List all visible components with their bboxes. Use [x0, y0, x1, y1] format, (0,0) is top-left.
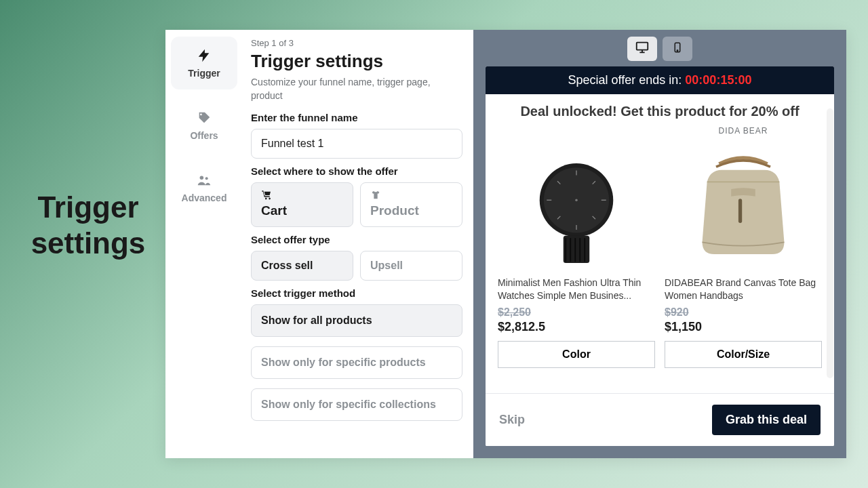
page-label: Trigger settings — [20, 190, 156, 262]
step-indicator: Step 1 of 3 — [251, 38, 462, 48]
product-new-price: $2,812.5 — [498, 320, 655, 334]
scrollbar[interactable] — [827, 108, 833, 378]
funnel-name-input[interactable] — [251, 129, 462, 159]
product-new-price: $1,150 — [665, 320, 822, 334]
preview-panel: Special offer ends in: 00:00:15:00 Deal … — [473, 30, 846, 458]
svg-point-1 — [205, 177, 208, 180]
product-card: DIDA BEAR DIDABEAR Brand Canvas Tote — [665, 126, 822, 393]
preview-mock: Special offer ends in: 00:00:15:00 Deal … — [486, 66, 834, 446]
sidebar-item-offers[interactable]: Offers — [171, 99, 237, 152]
banner-prefix: Special offer ends in: — [568, 73, 686, 87]
desktop-icon — [635, 40, 650, 58]
product-image — [665, 138, 822, 274]
svg-rect-22 — [738, 199, 742, 223]
sidebar-item-label: Offers — [190, 130, 218, 141]
product-brand: DIDA BEAR — [665, 126, 822, 138]
product-card: Minimalist Men Fashion Ultra Thin Watche… — [498, 126, 655, 393]
cart-icon — [261, 190, 343, 201]
preview-footer: Skip Grab this deal — [486, 393, 834, 446]
method-label: Select trigger method — [251, 287, 462, 299]
type-option-upsell[interactable]: Upsell — [360, 251, 462, 281]
type-option-cross-sell[interactable]: Cross sell — [251, 251, 353, 281]
product-brand — [498, 126, 655, 138]
option-label: Product — [370, 203, 452, 218]
method-option-all[interactable]: Show for all products — [251, 304, 462, 337]
where-label: Select where to show the offer — [251, 165, 462, 177]
svg-rect-2 — [637, 43, 648, 50]
countdown-timer: 00:00:15:00 — [685, 73, 751, 87]
product-name: Minimalist Men Fashion Ultra Thin Watche… — [498, 277, 655, 302]
cog-users-icon — [196, 172, 212, 188]
variant-select[interactable]: Color/Size — [665, 341, 822, 368]
app-window: Trigger Offers Advanced Step 1 of 3 Trig… — [165, 30, 846, 458]
product-image — [498, 138, 655, 274]
svg-rect-16 — [564, 236, 590, 263]
preview-products: Minimalist Men Fashion Ultra Thin Watche… — [486, 123, 834, 393]
svg-point-7 — [575, 199, 578, 202]
device-switch — [486, 37, 834, 61]
product-old-price: $2,250 — [498, 306, 655, 319]
svg-point-0 — [200, 176, 204, 180]
option-label: Cart — [261, 203, 343, 218]
type-label: Select offer type — [251, 234, 462, 245]
sidebar-item-label: Advanced — [182, 192, 227, 203]
settings-panel: Step 1 of 3 Trigger settings Customize y… — [243, 30, 473, 458]
device-desktop-button[interactable] — [627, 37, 657, 61]
page-title: Trigger settings — [251, 51, 462, 72]
countdown-banner: Special offer ends in: 00:00:15:00 — [486, 66, 834, 94]
method-option-specific-products[interactable]: Show only for specific products — [251, 346, 462, 379]
shirt-icon — [370, 190, 452, 201]
tag-icon — [196, 110, 212, 126]
method-option-collections[interactable]: Show only for specific collections — [251, 388, 462, 421]
sidebar: Trigger Offers Advanced — [165, 30, 243, 458]
svg-point-4 — [677, 50, 678, 52]
where-option-cart[interactable]: Cart — [251, 182, 353, 227]
device-mobile-button[interactable] — [663, 37, 692, 61]
variant-select[interactable]: Color — [498, 341, 655, 368]
product-old-price: $920 — [665, 306, 822, 319]
where-option-product[interactable]: Product — [360, 182, 462, 227]
sidebar-item-label: Trigger — [188, 68, 220, 79]
grab-deal-button[interactable]: Grab this deal — [712, 405, 821, 435]
bolt-icon — [196, 47, 212, 64]
deal-headline: Deal unlocked! Get this product for 20% … — [486, 94, 834, 123]
funnel-name-label: Enter the funnel name — [251, 112, 462, 123]
sidebar-item-advanced[interactable]: Advanced — [171, 161, 237, 214]
mobile-icon — [671, 41, 684, 56]
sidebar-item-trigger[interactable]: Trigger — [171, 37, 237, 89]
page-subtitle: Customize your funnel name, trigger page… — [251, 76, 462, 102]
skip-button[interactable]: Skip — [499, 413, 525, 427]
product-name: DIDABEAR Brand Canvas Tote Bag Women Han… — [665, 277, 822, 302]
